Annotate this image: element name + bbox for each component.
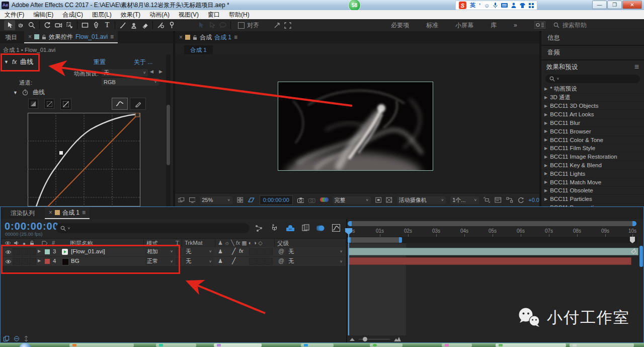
effects-search-input[interactable]: ∨ <box>545 75 640 83</box>
parent-column-header[interactable]: 父级 <box>277 240 289 247</box>
switch-cell[interactable] <box>265 258 273 265</box>
workspace-settings-icon[interactable] <box>534 21 545 29</box>
draft-3d-icon[interactable] <box>270 224 279 232</box>
work-area-track[interactable] <box>347 237 637 243</box>
exposure-reset-icon[interactable] <box>518 197 524 203</box>
close-tab-icon[interactable]: × <box>179 34 183 41</box>
expand-layer-switches-icon[interactable] <box>4 336 10 341</box>
mic-icon[interactable] <box>493 3 498 9</box>
category-row[interactable]: ▶BCC11 3D Objects <box>541 102 644 111</box>
switch-cell[interactable] <box>257 258 265 265</box>
trkmat-dropdown[interactable]: 无∨ <box>184 257 214 265</box>
tab-effect-controls[interactable]: × 效果控件 Flow_01.avi ≡ <box>24 31 118 43</box>
skin-icon[interactable] <box>520 3 525 8</box>
restore-button[interactable]: ❐ <box>607 1 622 9</box>
taskbar-app-button[interactable] <box>570 343 634 347</box>
switch-cell[interactable] <box>257 248 265 255</box>
comp-timecode[interactable]: 0:00:00:00 <box>260 195 293 205</box>
category-row[interactable]: ▶BCC11 Lights <box>541 170 644 178</box>
monitor-icon[interactable] <box>189 197 196 203</box>
shy-switch[interactable]: ♟ <box>218 258 223 264</box>
category-row[interactable]: ▶BCC11 Blur <box>541 119 644 127</box>
fast-preview-icon[interactable] <box>375 197 382 203</box>
quality-switch[interactable]: ╱ <box>232 257 235 264</box>
resolution-dropdown[interactable]: 完整∨ <box>333 196 371 204</box>
close-button[interactable]: ✕ <box>622 1 642 9</box>
pen-tool[interactable] <box>91 20 102 30</box>
keyboard-icon[interactable] <box>501 3 508 8</box>
workspace-small-screen[interactable]: 小屏幕 <box>447 21 482 30</box>
menu-composition[interactable]: 合成(C) <box>58 11 88 19</box>
channel-dropdown[interactable]: RGB∨ <box>102 78 159 86</box>
exposure-value[interactable]: +0.0 <box>528 197 539 203</box>
selection-tool[interactable] <box>4 20 15 30</box>
camera-dropdown[interactable]: 活动摄像机∨ <box>397 196 446 204</box>
curve-tool-button[interactable] <box>112 98 128 110</box>
curve-channel-button[interactable] <box>28 99 38 109</box>
menu-help[interactable]: 帮助(H) <box>224 11 254 19</box>
minimize-button[interactable]: — <box>592 1 607 9</box>
menu-animation[interactable]: 动画(A) <box>145 11 174 19</box>
region-of-interest-icon[interactable] <box>282 20 293 30</box>
close-tab-icon[interactable]: × <box>49 209 52 216</box>
work-area-bar[interactable] <box>348 237 402 243</box>
menu-window[interactable]: 窗口 <box>203 11 224 19</box>
switches-header-icons[interactable]: ♟ ☼ ╲ fx ▦ ◐ ◑ ◇ <box>218 240 263 246</box>
type-tool[interactable]: T <box>102 20 113 30</box>
menu-layer[interactable]: 图层(L) <box>88 11 116 19</box>
eraser-tool[interactable] <box>139 20 150 30</box>
menu-effect[interactable]: 效果(T) <box>116 11 145 19</box>
layer-bar-flow[interactable] <box>349 248 638 255</box>
snap-checkbox[interactable] <box>238 22 245 29</box>
preset-dropdown[interactable]: 无∨ <box>102 69 148 77</box>
magnification-dropdown[interactable]: 25%∨ <box>200 196 232 204</box>
timeline-nav-scrollbar[interactable] <box>348 221 636 226</box>
curve-end-point[interactable] <box>135 113 139 117</box>
tab-render-queue[interactable]: 渲染队列 <box>1 209 45 218</box>
effect-reset-link[interactable]: 重置 <box>94 58 106 66</box>
brush-tool[interactable] <box>117 20 128 30</box>
menu-view[interactable]: 视图(V) <box>174 11 203 19</box>
category-row[interactable]: ▶* 动画预设 <box>541 85 644 94</box>
start-button[interactable] <box>19 343 31 347</box>
lock-icon[interactable] <box>193 35 197 40</box>
person-icon[interactable] <box>511 3 516 8</box>
param-triangle-icon[interactable]: ▼ <box>13 90 18 95</box>
ime-lang[interactable]: 英 <box>470 2 475 9</box>
taskbar-app-button[interactable] <box>370 343 403 347</box>
lock-icon[interactable] <box>42 34 46 40</box>
category-row[interactable]: ▶BCC11 Art Looks <box>541 110 644 119</box>
shape-tool[interactable] <box>79 20 91 30</box>
pencil-tool-button[interactable] <box>130 98 146 110</box>
zoom-cursor-icon[interactable] <box>271 20 282 30</box>
fx-switch[interactable]: fx <box>239 248 244 254</box>
taskbar-app-button[interactable] <box>214 343 262 347</box>
tab-project[interactable]: 项目 <box>0 33 24 42</box>
pickwhip-icon[interactable]: @ <box>278 248 284 255</box>
menu-edit[interactable]: 编辑(E) <box>29 11 58 19</box>
flyout-menu-icon[interactable] <box>178 197 185 203</box>
layer-bar-bg[interactable] <box>349 257 631 265</box>
show-snapshot-icon[interactable] <box>308 197 315 203</box>
tab-effects-presets[interactable]: 效果和预设 <box>546 63 578 72</box>
close-tab-icon[interactable]: × <box>28 33 32 40</box>
tab-info[interactable]: 信息 <box>541 34 560 42</box>
pickwhip-icon[interactable]: @ <box>278 257 284 264</box>
tab-timeline-comp[interactable]: × 合成 1 ≡ <box>45 207 90 219</box>
effect-panel-scrollbar[interactable] <box>166 54 171 206</box>
category-row[interactable]: ▶BCC11 Match Move <box>541 178 644 187</box>
playhead-line[interactable] <box>348 228 349 335</box>
toggle-switches-modes-icon[interactable] <box>24 336 29 341</box>
frame-blend-icon[interactable] <box>302 224 309 232</box>
workspace-essentials[interactable]: 必要项 <box>382 21 418 30</box>
comp-mini-flowchart-icon[interactable] <box>255 225 263 232</box>
puppet-pin-tool[interactable] <box>166 20 177 30</box>
zoom-slider[interactable] <box>359 337 390 341</box>
category-row[interactable]: ▶BCC11 Film Style <box>541 145 644 153</box>
zoom-slider-knob[interactable] <box>363 337 367 341</box>
paint-bucket-icon[interactable] <box>630 248 637 255</box>
rotation-tool[interactable] <box>42 20 53 30</box>
shy-switch[interactable]: ♟ <box>218 248 223 255</box>
stopwatch-icon[interactable] <box>22 89 28 96</box>
menu-file[interactable]: 文件(F) <box>0 11 29 19</box>
